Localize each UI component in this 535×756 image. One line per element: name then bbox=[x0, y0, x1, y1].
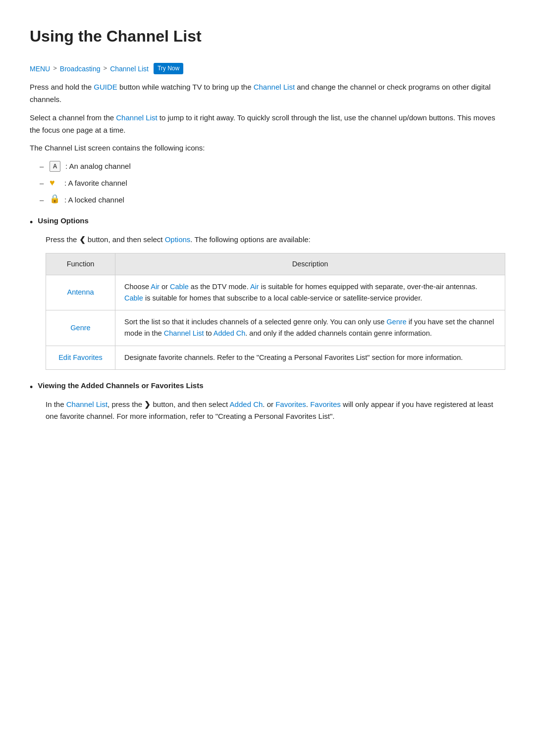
genre-text-link[interactable]: Genre bbox=[386, 318, 406, 326]
cable-link-2[interactable]: Cable bbox=[124, 294, 143, 302]
locked-label: : A locked channel bbox=[64, 194, 124, 206]
table-row-edit-favorites: Edit Favorites Designate favorite channe… bbox=[46, 346, 505, 369]
guide-link[interactable]: GUIDE bbox=[94, 83, 117, 91]
favorite-icon: ♥ bbox=[50, 178, 59, 188]
para1-text1: Press and hold the bbox=[30, 83, 94, 91]
air-link-2[interactable]: Air bbox=[250, 283, 259, 291]
para3: The Channel List screen contains the fol… bbox=[30, 142, 505, 154]
breadcrumb-sep1: > bbox=[53, 63, 57, 74]
breadcrumb-channel-list[interactable]: Channel List bbox=[110, 63, 149, 74]
table-row-genre: Genre Sort the list so that it includes … bbox=[46, 310, 505, 346]
table-header-row: Function Description bbox=[46, 253, 505, 275]
table-row-antenna: Antenna Choose Air or Cable as the DTV m… bbox=[46, 275, 505, 310]
bullet-dot-1: • bbox=[30, 215, 33, 230]
favorites-link-1[interactable]: Favorites bbox=[275, 400, 306, 408]
para1-text2: button while watching TV to bring up the bbox=[117, 83, 254, 91]
added-ch-link-1[interactable]: Added Ch bbox=[214, 329, 246, 337]
list-item-favorite: – ♥ : A favorite channel bbox=[40, 177, 505, 189]
func-genre: Genre bbox=[46, 310, 115, 346]
section1-body: Press the ❮ button, and then select Opti… bbox=[46, 234, 505, 370]
desc-edit-favorites: Designate favorite channels. Refer to th… bbox=[115, 346, 505, 369]
s2-text1: In the bbox=[46, 400, 66, 408]
options-table: Function Description Antenna Choose Air … bbox=[46, 253, 505, 370]
added-ch-link-2[interactable]: Added Ch bbox=[230, 400, 263, 408]
channel-list-link-1[interactable]: Channel List bbox=[254, 83, 295, 91]
para1: Press and hold the GUIDE button while wa… bbox=[30, 81, 505, 106]
section2-body: In the Channel List, press the ❯ button,… bbox=[46, 399, 505, 423]
s1-text2: button, and then select bbox=[86, 235, 165, 244]
func-edit-favorites: Edit Favorites bbox=[46, 346, 115, 369]
analog-icon: A bbox=[50, 161, 60, 172]
section2-bullet: • Viewing the Added Channels or Favorite… bbox=[30, 380, 505, 395]
dash-locked: – bbox=[40, 194, 45, 206]
chevron-right-icon: ❯ bbox=[144, 400, 151, 408]
edit-favorites-link[interactable]: Edit Favorites bbox=[58, 353, 103, 361]
try-now-badge[interactable]: Try Now bbox=[154, 63, 183, 74]
bullet-dot-2: • bbox=[30, 380, 33, 395]
favorite-label: : A favorite channel bbox=[64, 177, 127, 189]
para2-text1: Select a channel from the bbox=[30, 113, 116, 122]
genre-link[interactable]: Genre bbox=[70, 324, 90, 332]
page-title: Using the Channel List bbox=[30, 24, 505, 49]
analog-label: : An analog channel bbox=[65, 160, 131, 172]
s2-text2: , press the bbox=[107, 400, 144, 408]
favorites-link-2[interactable]: Favorites bbox=[310, 400, 341, 408]
s1-text3: . The following options are available: bbox=[190, 235, 310, 244]
section1-title: Using Options bbox=[38, 215, 89, 227]
list-item-locked: – 🔒 : A locked channel bbox=[40, 194, 505, 206]
desc-genre: Sort the list so that it includes channe… bbox=[115, 310, 505, 346]
channel-list-link-4[interactable]: Channel List bbox=[66, 400, 107, 408]
func-antenna: Antenna bbox=[46, 275, 115, 310]
chevron-left-icon: ❮ bbox=[79, 235, 86, 244]
breadcrumb-broadcasting[interactable]: Broadcasting bbox=[60, 63, 101, 74]
breadcrumb-menu[interactable]: MENU bbox=[30, 63, 50, 74]
channel-list-link-3[interactable]: Channel List bbox=[164, 329, 204, 337]
col-function: Function bbox=[46, 253, 115, 275]
antenna-link[interactable]: Antenna bbox=[67, 288, 94, 296]
breadcrumb-sep2: > bbox=[104, 63, 107, 74]
options-link[interactable]: Options bbox=[165, 235, 191, 244]
air-link-1[interactable]: Air bbox=[151, 283, 160, 291]
para2: Select a channel from the Channel List t… bbox=[30, 112, 505, 137]
s2-text4: . or bbox=[263, 400, 275, 408]
section1-intro: Press the ❮ button, and then select Opti… bbox=[46, 234, 505, 246]
dash-analog: – bbox=[40, 160, 45, 172]
s2-text5: . bbox=[306, 400, 310, 408]
s1-text1: Press the bbox=[46, 235, 79, 244]
list-item-analog: – A : An analog channel bbox=[40, 160, 505, 172]
dash-favorite: – bbox=[40, 177, 45, 189]
section1-bullet: • Using Options bbox=[30, 215, 505, 230]
desc-antenna: Choose Air or Cable as the DTV mode. Air… bbox=[115, 275, 505, 310]
icon-list: – A : An analog channel – ♥ : A favorite… bbox=[40, 160, 505, 206]
cable-link-1[interactable]: Cable bbox=[170, 283, 189, 291]
s2-text3: button, and then select bbox=[151, 400, 229, 408]
lock-icon: 🔒 bbox=[50, 195, 59, 205]
section2-para: In the Channel List, press the ❯ button,… bbox=[46, 399, 505, 423]
col-description: Description bbox=[115, 253, 505, 275]
section2-title: Viewing the Added Channels or Favorites … bbox=[38, 380, 203, 392]
channel-list-link-2[interactable]: Channel List bbox=[116, 113, 157, 122]
breadcrumb: MENU > Broadcasting > Channel List Try N… bbox=[30, 63, 505, 74]
